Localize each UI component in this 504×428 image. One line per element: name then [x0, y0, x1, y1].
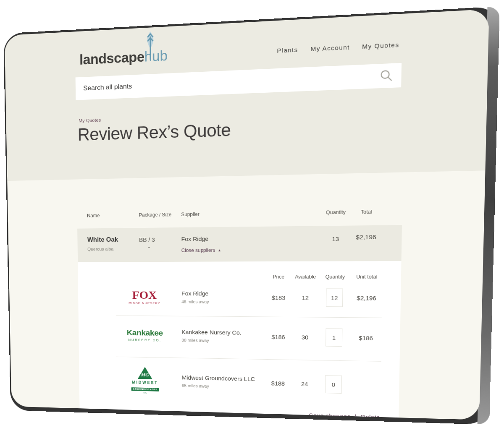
supplier-name: Midwest Groundcovers LLC	[182, 374, 255, 382]
sub-header-unit-total: Unit total	[348, 274, 386, 280]
supplier-available: 30	[289, 334, 322, 341]
supplier-distance: 65 miles away	[182, 383, 255, 389]
quote-total: $2,196	[345, 233, 388, 241]
supplier-available: 24	[288, 380, 321, 388]
quantity-input[interactable]	[326, 289, 342, 306]
quantity-input-wrap	[326, 328, 342, 347]
close-suppliers-link[interactable]: Close suppliers▲	[181, 248, 221, 253]
midwest-logo-subtext: GROUNDCOVERS	[131, 387, 159, 391]
supplier-name: Kankakee Nursery Co.	[181, 329, 242, 336]
quantity-input[interactable]	[326, 376, 341, 393]
leaf-arrow-icon	[144, 30, 157, 61]
supplier-distance: 46 miles away	[181, 299, 209, 304]
quote-item-row: White Oak Quercus alba BB / 3 " Fox Ridg…	[77, 225, 402, 262]
quantity-input-wrap	[325, 375, 342, 394]
package-size: BB / 3	[139, 236, 155, 243]
kankakee-logo: Kankakee NURSERY CO.	[114, 328, 176, 342]
plant-latin-name: Quercus alba	[87, 247, 113, 251]
supplier-name-block: Fox Ridge 46 miles away	[181, 290, 209, 304]
col-header-total: Total	[345, 209, 388, 215]
supplier-unit-total: $186	[347, 334, 385, 341]
quantity-input-wrap	[326, 288, 343, 307]
fox-logo-subtext: RIDGE NURSERY	[114, 302, 176, 305]
supplier-distance: 30 miles away	[181, 338, 241, 343]
supplier-unit-total	[346, 385, 384, 386]
plant-name: White Oak	[87, 236, 118, 243]
col-header-supplier: Supplier	[181, 211, 199, 217]
supplier-row-fox-ridge: FOX RIDGE NURSERY Fox Ridge 46 miles awa…	[78, 283, 401, 312]
supplier-name: Fox Ridge	[181, 290, 209, 297]
svg-text:MG: MG	[141, 372, 150, 378]
fox-ridge-logo: FOX RIDGE NURSERY	[114, 289, 176, 305]
kankakee-logo-text: Kankakee	[114, 328, 176, 337]
search-icon[interactable]	[379, 69, 394, 83]
midwest-triangle-icon: MG	[137, 366, 153, 379]
col-header-name: Name	[87, 213, 100, 218]
page: landscapehub Plants My Account My Quotes	[5, 9, 489, 420]
nav-plants[interactable]: Plants	[277, 46, 298, 54]
brand-logo-landscape: landscape	[79, 49, 144, 67]
sub-header-available: Available	[289, 274, 322, 279]
col-header-package: Package / Size	[139, 212, 172, 218]
suppliers-panel: Price Available Quantity Unit total FOX …	[78, 261, 401, 420]
package-size-unit: "	[148, 245, 150, 251]
quantity-input[interactable]	[326, 329, 342, 346]
kankakee-logo-subtext: NURSERY CO.	[114, 338, 176, 342]
selected-supplier: Fox Ridge	[181, 235, 209, 242]
supplier-row-kankakee: Kankakee NURSERY CO. Kankakee Nursery Co…	[79, 316, 401, 358]
supplier-available: 12	[289, 294, 322, 301]
supplier-unit-total: $2,196	[347, 294, 386, 301]
sub-header-quantity: Quantity	[318, 274, 352, 279]
supplier-name-block: Kankakee Nursery Co. 30 miles away	[181, 329, 242, 343]
midwest-logo: MG MIDWEST GROUNDCOVERS LLC	[114, 366, 176, 394]
fox-logo-text: FOX	[114, 289, 176, 302]
close-suppliers-label: Close suppliers	[181, 248, 215, 253]
device-screen: landscapehub Plants My Account My Quotes	[5, 9, 489, 420]
triangle-up-icon: ▲	[218, 248, 221, 252]
breadcrumb[interactable]: My Quotes	[79, 117, 101, 123]
supplier-row-midwest: MG MIDWEST GROUNDCOVERS LLC Midwest Grou…	[79, 356, 400, 410]
tablet-device: landscapehub Plants My Account My Quotes	[3, 6, 500, 425]
supplier-name-block: Midwest Groundcovers LLC 65 miles away	[182, 374, 255, 390]
